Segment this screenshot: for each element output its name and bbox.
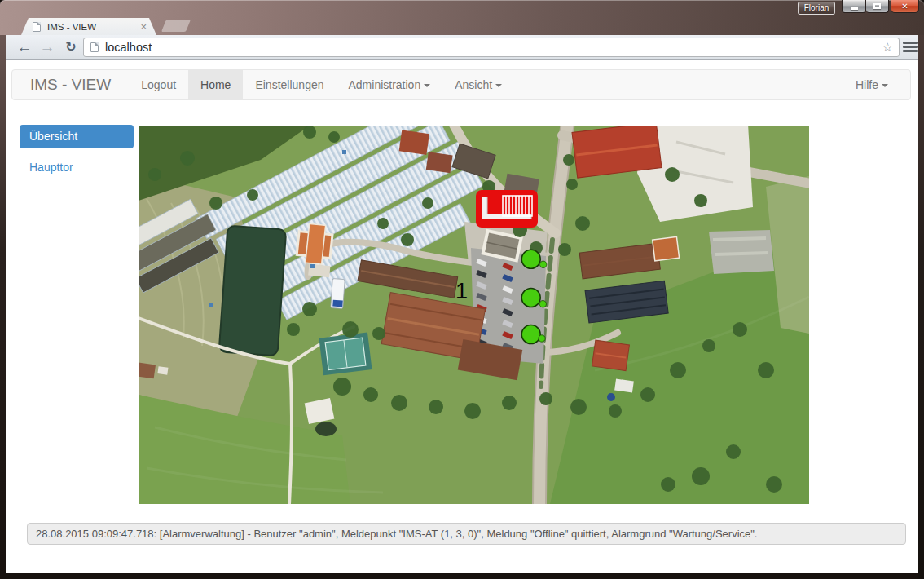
nav-item-administration[interactable]: Administration bbox=[336, 70, 442, 99]
tab-title: IMS - VIEW bbox=[47, 22, 140, 32]
browser-tab[interactable]: IMS - VIEW × bbox=[21, 18, 156, 35]
status-bar: 28.08.2015 09:09:47.718: [Alarmverwaltun… bbox=[27, 523, 906, 545]
app-navbar: IMS - VIEW Logout Home Einstellungen Adm… bbox=[11, 69, 911, 100]
sidebar-item-uebersicht[interactable]: Übersicht bbox=[20, 125, 134, 148]
window-controls: ✕ bbox=[842, 0, 919, 13]
app-brand[interactable]: IMS - VIEW bbox=[12, 70, 129, 99]
page-icon bbox=[33, 22, 41, 32]
browser-toolbar: ← → ↻ ☆ bbox=[6, 35, 918, 60]
minimize-icon bbox=[851, 7, 858, 10]
new-tab-button[interactable] bbox=[161, 20, 191, 32]
reload-button[interactable]: ↻ bbox=[60, 37, 81, 58]
back-button[interactable]: ← bbox=[14, 37, 35, 58]
sidebar-item-haupttor[interactable]: Haupttor bbox=[20, 156, 134, 179]
page-icon bbox=[90, 42, 99, 52]
page-content: IMS - VIEW Logout Home Einstellungen Adm… bbox=[6, 60, 918, 573]
chevron-down-icon bbox=[424, 84, 430, 87]
site-map: 1 bbox=[139, 126, 809, 504]
window-titlebar: IMS - VIEW × Florian ✕ bbox=[0, 0, 924, 35]
nav-item-home[interactable]: Home bbox=[188, 70, 243, 99]
site-aerial-map: 1 bbox=[139, 126, 809, 504]
forward-button[interactable]: → bbox=[37, 37, 58, 58]
bookmark-star-icon[interactable]: ☆ bbox=[882, 40, 893, 55]
haupttor-gate-alarm-marker[interactable] bbox=[476, 190, 538, 228]
window-frame-right bbox=[918, 35, 924, 579]
address-input[interactable] bbox=[105, 41, 878, 54]
aerial-photo bbox=[139, 126, 809, 504]
address-bar[interactable]: ☆ bbox=[83, 38, 900, 57]
nav-item-einstellungen[interactable]: Einstellungen bbox=[243, 70, 336, 99]
nav-item-logout[interactable]: Logout bbox=[129, 70, 188, 99]
minimize-button[interactable] bbox=[842, 0, 866, 13]
maximize-icon bbox=[873, 3, 881, 9]
chevron-down-icon bbox=[882, 84, 888, 87]
tab-close-icon[interactable]: × bbox=[140, 21, 147, 32]
browser-window: IMS - VIEW × Florian ✕ ← → ↻ ☆ IMS - VIE… bbox=[0, 0, 924, 579]
menu-icon[interactable] bbox=[903, 42, 918, 53]
close-button[interactable]: ✕ bbox=[891, 0, 919, 13]
maximize-button[interactable] bbox=[866, 0, 889, 13]
user-profile-badge[interactable]: Florian bbox=[798, 2, 835, 15]
nav-item-ansicht[interactable]: Ansicht bbox=[442, 70, 514, 99]
sidebar: Übersicht Haupttor bbox=[20, 125, 134, 187]
window-frame-left bbox=[0, 35, 6, 579]
map-area-label: 1 bbox=[455, 279, 468, 303]
chevron-down-icon bbox=[495, 84, 502, 87]
nav-item-hilfe[interactable]: Hilfe bbox=[843, 70, 900, 99]
